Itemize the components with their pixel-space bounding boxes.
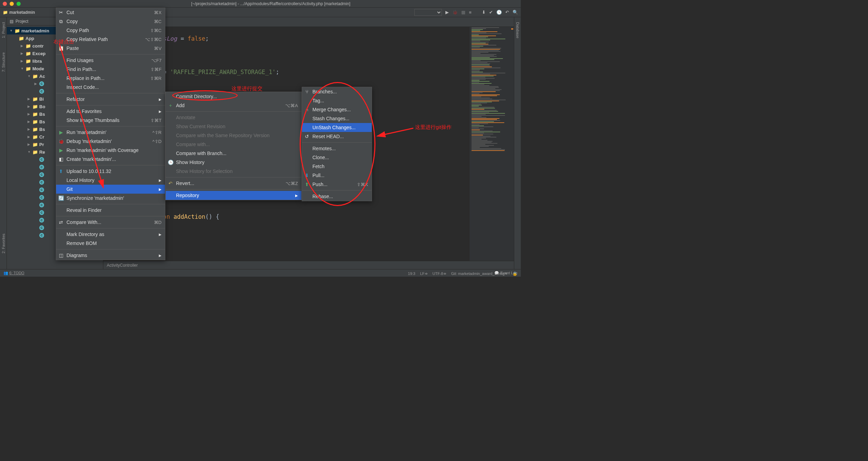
menu-commit-directory[interactable]: Commit Directory... [166, 92, 301, 101]
folder-icon: 📁 [14, 28, 20, 33]
menu-reveal-finder[interactable]: Reveal in Finder [56, 206, 165, 215]
branch-icon: ⑂ [304, 89, 310, 94]
status-line-sep[interactable]: LF≑ [420, 272, 428, 276]
code-string: 'RAFFLE_PRIZE_AWARD_STORAGE_1' [170, 69, 276, 75]
status-encoding[interactable]: UTF-8≑ [433, 272, 446, 276]
menu-create-config[interactable]: ◧Create 'marketadmin'... [56, 155, 165, 164]
menu-local-history[interactable]: Local History▶ [56, 176, 165, 185]
php-config-icon: ◧ [58, 156, 64, 162]
coverage-icon[interactable]: ▦ [461, 10, 465, 15]
menu-cut[interactable]: ✂Cut⌘X [56, 8, 165, 17]
menu-unstash[interactable]: UnStash Changes... [302, 123, 372, 132]
menu-git-add[interactable]: +Add⌥⌘A [166, 101, 301, 110]
menu-replace-in-path[interactable]: Replace in Path...⇧⌘R [56, 74, 165, 83]
paste-icon: 📋 [58, 45, 64, 51]
menu-annotate: Annotate [166, 113, 301, 122]
menu-show-history[interactable]: 🕓Show History [166, 158, 301, 167]
compare-icon: ⇄ [58, 219, 64, 225]
upload-icon: ⬆ [58, 168, 64, 174]
code-text: () { [205, 213, 219, 220]
editor-crumb[interactable]: ActivityController [107, 263, 138, 268]
sync-icon: 🔄 [58, 195, 64, 201]
vcs-revert-icon[interactable]: ↶ [505, 10, 509, 15]
context-menu-git: Commit Directory... +Add⌥⌘A Annotate Sho… [165, 92, 302, 200]
menu-show-thumbnails[interactable]: Show Image Thumbnails⇧⌘T [56, 116, 165, 125]
status-lock-icon[interactable]: 🔒 [513, 272, 517, 276]
window-title: [~/projects/marketadmin] - .../App/modul… [21, 1, 521, 6]
toolbar: ▶ 🐞 ▦ ■ ⬇ ✔ 🕓 ↶ 🔍 [414, 9, 518, 16]
menu-stash[interactable]: Stash Changes... [302, 114, 372, 123]
window-zoom[interactable] [17, 2, 21, 6]
vcs-update-icon[interactable]: ⬇ [482, 10, 486, 15]
menu-fetch[interactable]: Fetch [302, 162, 372, 171]
menu-pull[interactable]: ⬇Pull... [302, 171, 372, 180]
menu-run-coverage[interactable]: ▶Run 'marketadmin' with Coverage [56, 146, 165, 155]
status-caret-pos[interactable]: 19:3 [408, 272, 415, 276]
code-text: = [177, 35, 188, 42]
menu-reset-head[interactable]: ↺Reset HEAD... [302, 132, 372, 141]
menu-mark-directory[interactable]: Mark Directory as▶ [56, 230, 165, 239]
panel-icon: ▤ [10, 19, 13, 24]
minimap[interactable] [469, 27, 514, 261]
breadcrumb-root[interactable]: marketadmin [9, 10, 35, 15]
merge-icon: ⑃ [304, 107, 310, 112]
menu-merge[interactable]: ⑃Merge Changes... [302, 105, 372, 114]
code-fn: addAction [170, 213, 205, 220]
tree-root-label: marketadmin [21, 28, 49, 33]
menu-synchronize[interactable]: 🔄Synchronize 'marketadmin' [56, 194, 165, 203]
status-todo[interactable]: 👥 6: TODO [3, 271, 24, 275]
menu-push[interactable]: ⬆Push...⇧⌘K [302, 180, 372, 189]
menu-find-usages[interactable]: Find Usages⌥F7 [56, 56, 165, 65]
menu-copy-relative-path[interactable]: Copy Relative Path⌥⇧⌘C [56, 35, 165, 44]
menu-show-current-revision: Show Current Revision [166, 122, 301, 131]
menu-rebase[interactable]: Rebase... [302, 192, 372, 201]
vcs-commit-icon[interactable]: ✔ [489, 10, 493, 15]
push-icon: ⬆ [304, 182, 310, 187]
menu-remotes[interactable]: Remotes... [302, 144, 372, 153]
menu-branches[interactable]: ⑂Branches... [302, 87, 372, 96]
reset-icon: ↺ [304, 134, 310, 139]
window-minimize[interactable] [10, 2, 14, 6]
cut-icon: ✂ [58, 10, 64, 15]
menu-add-favorites[interactable]: Add to Favorites▶ [56, 107, 165, 116]
menu-inspect-code[interactable]: Inspect Code... [56, 83, 165, 92]
diagrams-icon: ◫ [58, 253, 64, 258]
menu-compare-with[interactable]: ⇄Compare With...⌘D [56, 218, 165, 227]
menu-revert[interactable]: ↶Revert...⌥⌘Z [166, 179, 301, 188]
vcs-history-icon[interactable]: 🕓 [496, 10, 502, 15]
menu-copy-path[interactable]: Copy Path⇧⌘C [56, 26, 165, 35]
tool-database-tab[interactable]: Database [515, 20, 520, 40]
status-todo-label[interactable]: 6: TODO [9, 271, 24, 275]
menu-debug[interactable]: 🐞Debug 'marketadmin'^⇧D [56, 137, 165, 146]
menu-remove-bom[interactable]: Remove BOM [56, 239, 165, 248]
tool-favorites-tab[interactable]: 2: Favorites [1, 232, 6, 255]
search-icon[interactable]: 🔍 [513, 10, 518, 15]
menu-clone[interactable]: Clone... [302, 153, 372, 162]
menu-show-history-selection: Show History for Selection [166, 167, 301, 176]
coverage-icon: ▶ [58, 147, 64, 153]
menu-run[interactable]: ▶Run 'marketadmin'^⇧R [56, 128, 165, 137]
menu-refactor[interactable]: Refactor▶ [56, 95, 165, 104]
menu-paste[interactable]: 📋Paste⌘V [56, 44, 165, 53]
run-icon[interactable]: ▶ [445, 10, 449, 15]
menu-compare-branch[interactable]: Compare with Branch... [166, 149, 301, 158]
menu-find-in-path[interactable]: Find in Path...⇧⌘F [56, 65, 165, 74]
stop-icon[interactable]: ■ [469, 10, 472, 15]
menu-git[interactable]: Git▶ [56, 185, 165, 194]
debug-icon: 🐞 [58, 139, 64, 144]
window-close[interactable] [3, 2, 7, 6]
menu-upload[interactable]: ⬆Upload to 10.0.11.32 [56, 167, 165, 176]
debug-icon[interactable]: 🐞 [452, 10, 458, 15]
tool-project-tab[interactable]: 1: Project [1, 20, 6, 40]
panel-title: Project [16, 19, 28, 24]
tool-structure-tab[interactable]: 7: Structure [1, 50, 6, 74]
menu-repository[interactable]: Repository▶ [166, 191, 301, 200]
run-config-dropdown[interactable] [414, 9, 442, 16]
menu-copy[interactable]: ⧉Copy⌘C [56, 17, 165, 26]
status-git-branch[interactable]: Git: marketadmin_award_config≑ [451, 272, 508, 276]
code-lit: false [188, 35, 205, 42]
menu-diagrams[interactable]: ◫Diagrams▶ [56, 251, 165, 260]
folder-icon: 📁 [3, 10, 8, 15]
revert-icon: ↶ [168, 181, 173, 186]
menu-tag[interactable]: Tag... [302, 96, 372, 105]
